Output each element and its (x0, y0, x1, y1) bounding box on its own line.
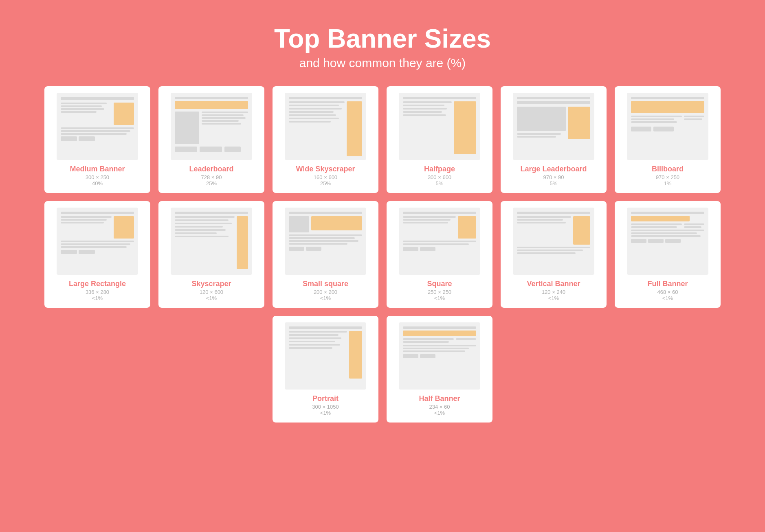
page-title: Top Banner Sizes (274, 24, 491, 53)
banner-name-portrait: Portrait (312, 394, 339, 403)
banner-size-halfpage: 300 × 600 (428, 174, 451, 180)
banner-size-vertical-banner: 120 × 240 (542, 289, 565, 295)
banner-medium-banner: Medium Banner 300 × 250 40% (44, 86, 150, 193)
banner-name-wide-skyscraper: Wide Skyscraper (296, 165, 355, 173)
banner-size-leaderboard: 728 × 90 (201, 174, 222, 180)
banner-name-half-banner: Half Banner (419, 394, 460, 403)
banner-size-square: 250 × 250 (428, 289, 451, 295)
banner-percent-small-square: <1% (320, 295, 331, 301)
banner-preview-full-banner (627, 208, 708, 275)
grid-row-3: Portrait 300 × 1050 <1% (273, 316, 492, 423)
banner-preview-square (399, 208, 480, 275)
banner-percent-medium: 40% (92, 180, 103, 186)
banner-size-small-square: 200 × 200 (314, 289, 337, 295)
banner-percent-large-leaderboard: 5% (550, 180, 558, 186)
banner-name-vertical-banner: Vertical Banner (527, 280, 580, 288)
banner-percent-full-banner: <1% (662, 295, 673, 301)
banner-name-halfpage: Halfpage (424, 165, 455, 173)
banner-percent-portrait: <1% (320, 410, 331, 416)
banner-full-banner: Full Banner 468 × 60 <1% (615, 201, 721, 308)
banner-preview-half-banner (399, 322, 480, 390)
banner-wide-skyscraper: Wide Skyscraper 160 × 600 25% (273, 86, 378, 193)
banner-small-square: Small square 200 × 200 <1% (273, 201, 378, 308)
page-subtitle: and how common they are (%) (299, 56, 466, 70)
banner-preview-billboard (627, 93, 708, 160)
banner-name-square: Square (427, 280, 452, 288)
banner-preview-halfpage (399, 93, 480, 160)
banner-size-wide-skyscraper: 160 × 600 (314, 174, 337, 180)
banner-portrait: Portrait 300 × 1050 <1% (273, 316, 378, 423)
banner-percent-half-banner: <1% (434, 410, 445, 416)
banner-size-billboard: 970 × 250 (656, 174, 679, 180)
banner-name-skyscraper: Skyscraper (191, 280, 231, 288)
banner-percent-wide-skyscraper: 25% (320, 180, 331, 186)
banner-name-full-banner: Full Banner (647, 280, 688, 288)
banner-vertical-banner: Vertical Banner 120 × 240 <1% (501, 201, 607, 308)
banner-preview-small-square (285, 208, 366, 275)
banner-preview-skyscraper (171, 208, 252, 275)
banner-percent-leaderboard: 25% (206, 180, 217, 186)
banner-size-large-leaderboard: 970 × 90 (543, 174, 564, 180)
banner-name-large-leaderboard: Large Leaderboard (520, 165, 587, 173)
grid-row-2: Large Rectangle 336 × 280 <1% (44, 201, 721, 308)
banner-name-medium: Medium Banner (70, 165, 125, 173)
banner-preview-portrait (285, 322, 366, 390)
banner-size-full-banner: 468 × 60 (657, 289, 678, 295)
banner-grid: Medium Banner 300 × 250 40% (24, 86, 741, 423)
banner-preview-large-rectangle (57, 208, 138, 275)
banner-preview-large-leaderboard (513, 93, 594, 160)
banner-size-skyscraper: 120 × 600 (200, 289, 223, 295)
banner-name-billboard: Billboard (652, 165, 684, 173)
banner-percent-skyscraper: <1% (206, 295, 217, 301)
banner-skyscraper: Skyscraper 120 × 600 <1% (158, 201, 264, 308)
banner-name-large-rectangle: Large Rectangle (69, 280, 126, 288)
banner-preview-vertical-banner (513, 208, 594, 275)
banner-billboard: Billboard 970 × 250 1% (615, 86, 721, 193)
banner-percent-vertical-banner: <1% (548, 295, 559, 301)
banner-percent-billboard: 1% (664, 180, 672, 186)
banner-size-large-rectangle: 336 × 280 (86, 289, 109, 295)
banner-square: Square 250 × 250 <1% (387, 201, 492, 308)
banner-leaderboard: Leaderboard 728 × 90 25% (158, 86, 264, 193)
banner-large-rectangle: Large Rectangle 336 × 280 <1% (44, 201, 150, 308)
banner-percent-square: <1% (434, 295, 445, 301)
banner-size-medium: 300 × 250 (86, 174, 109, 180)
banner-name-leaderboard: Leaderboard (189, 165, 233, 173)
banner-size-half-banner: 234 × 60 (429, 404, 450, 410)
banner-half-banner: Half Banner 234 × 60 <1% (387, 316, 492, 423)
banner-percent-large-rectangle: <1% (92, 295, 103, 301)
banner-percent-halfpage: 5% (436, 180, 444, 186)
banner-size-portrait: 300 × 1050 (312, 404, 339, 410)
banner-preview-leaderboard (171, 93, 252, 160)
banner-halfpage: Halfpage 300 × 600 5% (387, 86, 492, 193)
banner-large-leaderboard: Large Leaderboard 970 × 90 5% (501, 86, 607, 193)
banner-preview-medium (57, 93, 138, 160)
grid-row-1: Medium Banner 300 × 250 40% (44, 86, 721, 193)
banner-name-small-square: Small square (303, 280, 348, 288)
banner-preview-wide-skyscraper (285, 93, 366, 160)
